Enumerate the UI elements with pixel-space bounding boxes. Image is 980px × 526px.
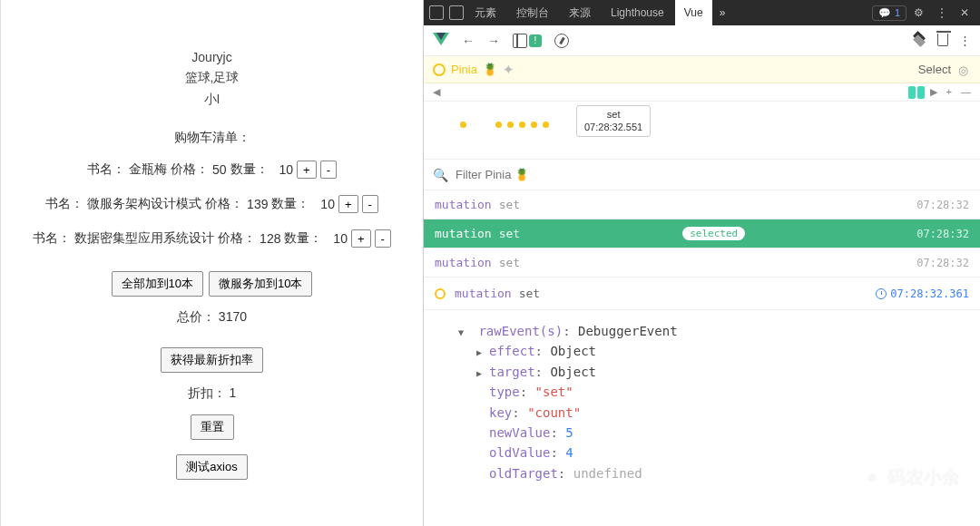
reset-button[interactable]: 重置 xyxy=(191,414,234,440)
mutation-op: set xyxy=(499,256,520,269)
pineapple-icon: 🍍 xyxy=(483,63,497,76)
book-name-value: 金瓶梅 xyxy=(129,161,167,178)
book-qty-value: 10 xyxy=(333,231,348,246)
panel-icon[interactable] xyxy=(513,34,527,48)
test-axios-button[interactable]: 测试axios xyxy=(176,454,247,480)
search-icon: 🔍 xyxy=(433,168,448,182)
alert-badge-icon[interactable]: ! xyxy=(529,34,542,47)
pinia-label: Pinia xyxy=(451,63,477,76)
book-price-value: 128 xyxy=(260,231,280,246)
visibility-off-icon[interactable]: ◎ xyxy=(958,63,971,76)
timeline-tooltip: set 07:28:32.551 xyxy=(576,105,651,137)
timeline-track[interactable]: set 07:28:32.551 xyxy=(424,102,980,160)
kebab-menu-icon[interactable]: ⋮ xyxy=(959,34,971,47)
back-icon[interactable]: ← xyxy=(462,34,475,48)
cart-title: 购物车清单： xyxy=(174,130,250,146)
mutation-time: 07:28:32 xyxy=(916,257,969,269)
more-menu-icon[interactable]: ⋮ xyxy=(931,6,953,19)
book-price-value: 139 xyxy=(247,197,268,211)
dec-button-1[interactable]: - xyxy=(362,195,378,213)
timeline-event-dot[interactable] xyxy=(507,122,514,128)
watermark-text: 码农小余 xyxy=(887,465,960,490)
caret-right-icon[interactable]: ▶ xyxy=(476,366,485,381)
timeline-events-row xyxy=(460,122,549,128)
timeline-event-dot[interactable] xyxy=(460,122,466,128)
hobbies-text: 篮球,足球 xyxy=(185,70,240,86)
layers-icon[interactable] xyxy=(912,34,926,46)
chat-icon: 💬 xyxy=(878,7,891,19)
selected-badge: selected xyxy=(682,227,745,240)
mutation-op: set xyxy=(499,227,520,240)
mutation-op: set xyxy=(499,198,520,211)
close-devtools-icon[interactable]: ✕ xyxy=(955,6,975,19)
timeline-selection-marker[interactable] xyxy=(917,86,925,99)
mutation-time-link[interactable]: 07:28:32.361 xyxy=(876,287,969,300)
dec-button-0[interactable]: - xyxy=(320,161,337,179)
tab-console[interactable]: 控制台 xyxy=(507,0,558,25)
devtools-pane: 元素 控制台 来源 Lighthouse Vue » 💬 1 ⚙ ⋮ ✕ ← →… xyxy=(423,0,980,526)
tree-node[interactable]: ▶effect: Object xyxy=(440,341,964,361)
mutation-kind: mutation xyxy=(455,287,512,300)
book-price-label: 价格： xyxy=(171,161,209,178)
book-name-label: 书名： xyxy=(45,196,83,212)
get-discount-button[interactable]: 获得最新折扣率 xyxy=(161,347,263,373)
mutation-current-row[interactable]: mutation set 07:28:32.361 xyxy=(424,278,980,310)
tree-node[interactable]: type: "set" xyxy=(440,382,964,402)
mutation-row[interactable]: mutation set 07:28:32 xyxy=(424,190,980,219)
zoom-out-icon[interactable]: — xyxy=(957,86,975,99)
tree-node[interactable]: ▼ rawEvent(s): DebuggerEvent xyxy=(440,321,964,341)
timeline-event-dot[interactable] xyxy=(531,122,537,128)
watermark: ✻ 码农小余 xyxy=(862,465,960,490)
username-text: Jouryjc xyxy=(191,50,231,64)
filter-input[interactable] xyxy=(456,168,971,181)
timeline-selection-marker[interactable] xyxy=(908,86,916,99)
tree-node[interactable]: key: "count" xyxy=(440,403,964,423)
mutation-row-selected[interactable]: mutation set selected 07:28:32 xyxy=(424,219,980,248)
book-qty-value: 10 xyxy=(320,197,335,211)
inspect-icon[interactable] xyxy=(429,5,444,20)
tab-elements[interactable]: 元素 xyxy=(466,0,505,25)
mutation-kind: mutation xyxy=(435,198,492,211)
select-link[interactable]: Select xyxy=(918,63,951,76)
inc-button-0[interactable]: + xyxy=(297,161,317,179)
store-marker-icon xyxy=(435,288,446,299)
vue-devtools-toolbar: ← → ! ⋮ xyxy=(424,25,980,56)
vue-logo-icon xyxy=(433,33,449,49)
messages-badge[interactable]: 💬 1 xyxy=(872,5,906,21)
timeline-event-dot[interactable] xyxy=(519,122,525,128)
trash-icon[interactable] xyxy=(937,34,948,46)
book-name-label: 书名： xyxy=(33,230,71,247)
timeline-event-dot[interactable] xyxy=(543,122,549,128)
mutation-row[interactable]: mutation set 07:28:32 xyxy=(424,248,980,278)
caret-down-icon[interactable]: ▼ xyxy=(458,326,467,340)
book-qty-value: 10 xyxy=(279,162,293,177)
mutation-op: set xyxy=(519,287,540,300)
discount-label: 折扣： xyxy=(188,385,226,400)
all-to-10-button[interactable]: 全部加到10本 xyxy=(112,271,203,297)
inc-button-2[interactable]: + xyxy=(351,229,371,248)
timeline-nav-left-icon[interactable]: ◀ xyxy=(429,86,444,98)
mutation-kind: mutation xyxy=(435,256,492,269)
dec-button-2[interactable]: - xyxy=(375,229,391,248)
inc-button-1[interactable]: + xyxy=(338,195,358,213)
tab-vue[interactable]: Vue xyxy=(675,0,712,25)
timeline-nav-right-icon[interactable]: ▶ xyxy=(926,86,941,99)
timeline-event-dot[interactable] xyxy=(495,122,502,128)
tab-sources[interactable]: 来源 xyxy=(560,0,600,25)
forward-icon[interactable]: → xyxy=(487,34,500,48)
settings-icon[interactable]: ⚙ xyxy=(908,6,929,19)
tree-node[interactable]: oldValue: 4 xyxy=(440,443,964,463)
more-tabs-icon[interactable]: » xyxy=(714,6,731,19)
caret-right-icon[interactable]: ▶ xyxy=(476,346,485,360)
device-toggle-icon[interactable] xyxy=(449,5,464,20)
tree-node[interactable]: ▶target: Object xyxy=(440,362,964,382)
tab-lighthouse[interactable]: Lighthouse xyxy=(602,0,673,25)
tree-node[interactable]: newValue: 5 xyxy=(440,423,964,443)
messages-count: 1 xyxy=(895,7,900,18)
nickname-text: 小I xyxy=(204,92,220,108)
mutation-list: mutation set 07:28:32 mutation set selec… xyxy=(424,190,980,310)
book-name-value: 数据密集型应用系统设计 xyxy=(74,230,214,247)
zoom-in-icon[interactable]: + xyxy=(943,86,956,99)
compass-icon[interactable] xyxy=(554,34,569,48)
microservice-to-10-button[interactable]: 微服务加到10本 xyxy=(209,271,312,297)
